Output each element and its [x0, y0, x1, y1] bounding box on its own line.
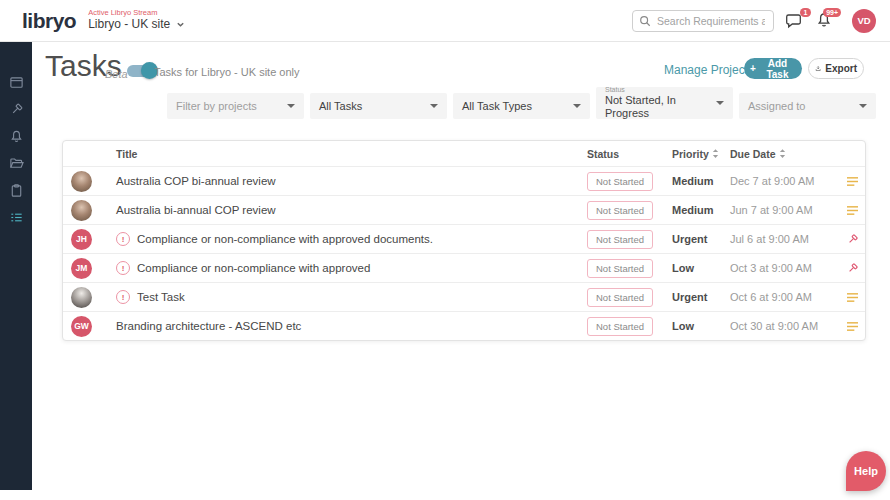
- notifications-button[interactable]: 99+: [814, 11, 834, 31]
- column-due-date[interactable]: Due Date: [730, 148, 840, 160]
- toggle-label: Tasks for Libryo - UK site only: [154, 66, 300, 78]
- filter-status-label: Status: [605, 86, 716, 94]
- beta-label: Beta: [105, 68, 128, 80]
- main-content: Tasks Beta Tasks for Libryo - UK site on…: [32, 41, 890, 500]
- task-title-cell[interactable]: ! Test Task: [116, 290, 587, 304]
- task-due-date: Oct 3 at 9:00 AM: [730, 262, 840, 274]
- sort-icon[interactable]: [779, 148, 786, 159]
- task-type-list-icon[interactable]: [840, 205, 865, 216]
- export-button[interactable]: Export: [808, 58, 864, 79]
- column-title: Title: [116, 148, 587, 160]
- plus-icon: +: [750, 63, 756, 74]
- chevron-down-icon: [716, 101, 724, 105]
- filter-assigned-to[interactable]: Assigned to: [739, 93, 876, 119]
- top-header: libryo Active Libryo Stream Libryo - UK …: [0, 0, 890, 42]
- sidebar-item-notifications[interactable]: [0, 123, 32, 150]
- filter-task-types-value: All Task Types: [462, 100, 532, 112]
- overdue-warning-icon: !: [116, 290, 130, 304]
- help-button[interactable]: Help: [846, 451, 886, 491]
- filter-all-tasks[interactable]: All Tasks: [310, 93, 447, 119]
- table-row[interactable]: Australia COP bi-annual review Not Start…: [63, 166, 865, 195]
- window-icon: [9, 75, 24, 90]
- task-title-cell[interactable]: ! Compliance or non-compliance with appr…: [116, 232, 587, 246]
- stream-selector[interactable]: Active Libryo Stream Libryo - UK site: [88, 9, 185, 31]
- overdue-warning-icon: !: [116, 232, 130, 246]
- task-type-gavel-icon[interactable]: [840, 233, 865, 246]
- user-avatar[interactable]: VD: [852, 9, 876, 33]
- messages-button[interactable]: 1: [784, 11, 804, 31]
- status-badge[interactable]: Not Started: [587, 288, 653, 307]
- site-only-toggle[interactable]: [127, 65, 156, 77]
- manage-projects-link[interactable]: Manage Projects: [664, 63, 754, 77]
- stream-name-dropdown[interactable]: Libryo - UK site: [88, 18, 185, 32]
- download-icon: [815, 63, 821, 74]
- table-row[interactable]: JM ! Compliance or non-compliance with a…: [63, 253, 865, 282]
- tasks-list-icon: [9, 210, 24, 225]
- status-badge[interactable]: Not Started: [587, 230, 653, 249]
- column-priority[interactable]: Priority: [672, 148, 730, 160]
- table-row[interactable]: ! Test Task Not Started Urgent Oct 6 at …: [63, 282, 865, 311]
- assignee-avatar: GW: [71, 316, 92, 337]
- libryo-logo: libryo: [22, 9, 76, 33]
- table-row[interactable]: Australia bi-annual COP review Not Start…: [63, 195, 865, 224]
- clipboard-icon: [9, 183, 24, 198]
- assignee-avatar: JM: [71, 258, 92, 279]
- filter-assigned-to-value: Assigned to: [748, 100, 805, 112]
- task-title: Test Task: [137, 291, 185, 303]
- task-priority: Low: [672, 320, 730, 332]
- task-title: Compliance or non-compliance with approv…: [137, 233, 433, 245]
- filter-projects[interactable]: Filter by projects: [167, 93, 304, 119]
- status-badge[interactable]: Not Started: [587, 172, 653, 191]
- chevron-down-icon: [859, 104, 867, 108]
- filter-task-types[interactable]: All Task Types: [453, 93, 590, 119]
- sidebar-item-projects[interactable]: [0, 150, 32, 177]
- column-due-date-label: Due Date: [730, 148, 776, 160]
- column-status: Status: [587, 148, 672, 160]
- task-title: Compliance or non-compliance with approv…: [137, 262, 370, 274]
- task-type-list-icon[interactable]: [840, 176, 865, 187]
- column-priority-label: Priority: [672, 148, 709, 160]
- task-title[interactable]: Branding architecture - ASCEND etc: [116, 320, 587, 332]
- chevron-down-icon: [287, 104, 295, 108]
- bell-icon: [9, 129, 24, 144]
- add-task-label: Add Task: [759, 58, 796, 80]
- sidebar-item-tasks[interactable]: [0, 204, 32, 231]
- chevron-down-icon: [176, 20, 185, 29]
- task-due-date: Dec 7 at 9:00 AM: [730, 175, 840, 187]
- folder-open-icon: [9, 156, 24, 171]
- filter-status-value: Not Started, In Progress: [605, 94, 716, 120]
- table-row[interactable]: GW Branding architecture - ASCEND etc No…: [63, 311, 865, 340]
- task-title[interactable]: Australia COP bi-annual review: [116, 175, 587, 187]
- sort-icon[interactable]: [712, 148, 719, 159]
- task-type-list-icon[interactable]: [840, 321, 865, 332]
- left-sidebar: [0, 41, 32, 490]
- sidebar-item-legal[interactable]: [0, 96, 32, 123]
- task-type-gavel-icon[interactable]: [840, 262, 865, 275]
- filter-status-stack: Status Not Started, In Progress: [605, 86, 716, 121]
- search-input[interactable]: [655, 14, 767, 28]
- table-row[interactable]: JH ! Compliance or non-compliance with a…: [63, 224, 865, 253]
- filter-all-tasks-value: All Tasks: [319, 100, 362, 112]
- status-badge[interactable]: Not Started: [587, 259, 653, 278]
- task-type-list-icon[interactable]: [840, 292, 865, 303]
- filter-projects-value: Filter by projects: [176, 100, 257, 112]
- sidebar-item-reports[interactable]: [0, 177, 32, 204]
- chevron-down-icon: [430, 104, 438, 108]
- table-header-row: Title Status Priority Due Date: [63, 141, 865, 166]
- sidebar-item-dashboard[interactable]: [0, 69, 32, 96]
- task-priority: Urgent: [672, 291, 730, 303]
- status-badge[interactable]: Not Started: [587, 201, 653, 220]
- gavel-icon: [9, 102, 24, 117]
- task-priority: Urgent: [672, 233, 730, 245]
- global-search[interactable]: [632, 10, 774, 32]
- task-title[interactable]: Australia bi-annual COP review: [116, 204, 587, 216]
- assignee-avatar: [71, 200, 92, 221]
- task-due-date: Oct 30 at 9:00 AM: [730, 320, 840, 332]
- filter-status[interactable]: Status Not Started, In Progress: [596, 87, 733, 119]
- task-due-date: Jul 6 at 9:00 AM: [730, 233, 840, 245]
- task-priority: Low: [672, 262, 730, 274]
- status-badge[interactable]: Not Started: [587, 317, 653, 336]
- add-task-button[interactable]: + Add Task: [744, 58, 802, 79]
- task-title-cell[interactable]: ! Compliance or non-compliance with appr…: [116, 261, 587, 275]
- filter-bar: Filter by projects All Tasks All Task Ty…: [167, 87, 876, 119]
